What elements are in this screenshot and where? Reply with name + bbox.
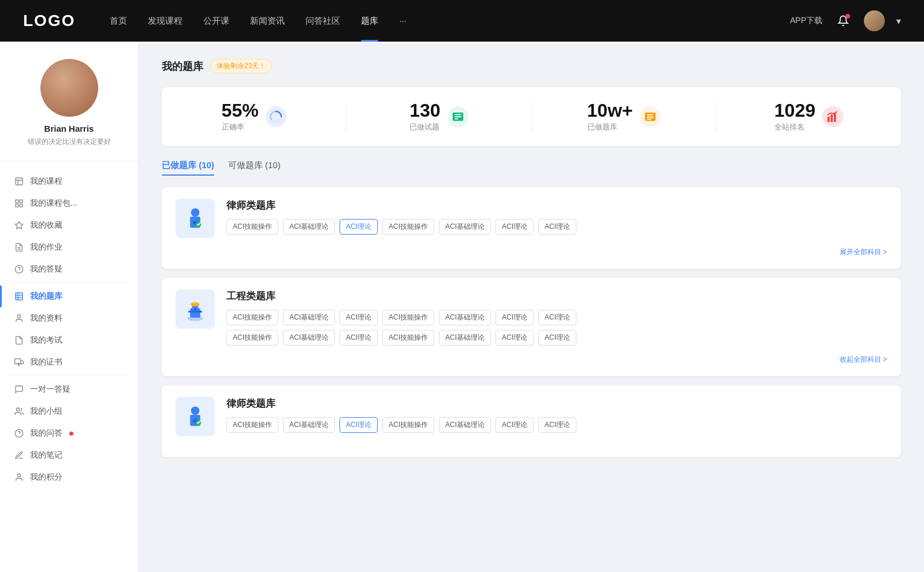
points-icon	[14, 472, 24, 482]
tag-item[interactable]: ACI基础理论	[439, 330, 491, 346]
done-questions-number: 130	[409, 101, 440, 120]
qa-icon	[14, 428, 24, 439]
sidebar-item-exams[interactable]: 我的考试	[0, 329, 138, 351]
nav-opencourse[interactable]: 公开课	[203, 16, 229, 27]
tag-item[interactable]: ACI理论	[495, 417, 534, 433]
notification-bell[interactable]	[834, 12, 852, 30]
sidebar-item-certificates[interactable]: 我的证书	[0, 351, 138, 373]
sidebar-item-one-on-one[interactable]: 一对一答疑	[0, 378, 138, 400]
sidebar-item-question-bank[interactable]: 我的题库	[0, 285, 138, 307]
collapse-link-1[interactable]: 收起全部科目 >	[840, 355, 887, 365]
stat-done-questions: 130 已做试题	[346, 101, 531, 132]
sidebar-item-course-package[interactable]: 我的课程包...	[0, 192, 138, 214]
tag-item[interactable]: ACI基础理论	[283, 310, 335, 325]
tag-item[interactable]: ACI基础理论	[439, 310, 491, 325]
tag-item[interactable]: ACI技能操作	[382, 219, 434, 235]
tag-item[interactable]: ACI理论	[538, 330, 576, 346]
tag-item[interactable]: ACI理论	[538, 219, 576, 235]
qbank-title-engineer: 工程类题库	[226, 289, 887, 303]
qbank-card-lawyer-1: 律师类题库 ACI技能操作 ACI基础理论 ACI理论 ACI技能操作 ACI基…	[162, 187, 901, 269]
svg-point-17	[16, 408, 19, 411]
sidebar-avatar	[40, 59, 98, 117]
package-icon	[14, 198, 24, 209]
nav-links: 首页 发现课程 公开课 新闻资讯 问答社区 题库 ···	[110, 16, 790, 27]
tag-item[interactable]: ACI基础理论	[439, 417, 491, 433]
tag-item[interactable]: ACI理论	[538, 417, 576, 433]
lawyer-icon	[176, 199, 215, 238]
tag-item[interactable]: ACI基础理论	[283, 417, 335, 433]
sidebar-item-homework[interactable]: 我的作业	[0, 236, 138, 258]
app-download-button[interactable]: APP下载	[790, 16, 822, 26]
stat-accuracy: 55% 正确率	[162, 101, 346, 132]
tag-item-active[interactable]: ACI理论	[340, 417, 378, 433]
bank-icon	[14, 291, 24, 302]
main-content: 我的题库 体验剩余23天！ 55% 正确率 130 已做试题	[139, 42, 924, 572]
qbank-title-lawyer-2: 律师类题库	[226, 397, 887, 410]
tag-item[interactable]: ACI理论	[340, 330, 378, 346]
trial-badge: 体验剩余23天！	[210, 59, 272, 73]
tag-item[interactable]: ACI理论	[495, 219, 534, 235]
sidebar-item-notes[interactable]: 我的笔记	[0, 444, 138, 466]
nav-qa[interactable]: 问答社区	[305, 16, 340, 27]
sidebar-item-my-qa[interactable]: 我的问答	[0, 422, 138, 444]
group-icon	[14, 406, 24, 417]
tag-item[interactable]: ACI基础理论	[439, 219, 491, 235]
avatar-chevron-icon[interactable]: ▾	[896, 16, 901, 27]
tab-available-banks[interactable]: 可做题库 (10)	[228, 160, 281, 176]
sidebar-item-groups[interactable]: 我的小组	[0, 400, 138, 422]
tag-item[interactable]: ACI基础理论	[283, 219, 335, 235]
done-banks-number: 10w+	[587, 101, 633, 120]
sidebar: Brian Harris 错误的决定比没有决定要好 我的课程 我的课程包...	[0, 42, 139, 572]
nav-discover[interactable]: 发现课程	[148, 16, 182, 27]
certificate-icon	[14, 357, 24, 367]
tag-item[interactable]: ACI理论	[495, 310, 534, 325]
sidebar-label-one-on-one: 一对一答疑	[30, 384, 70, 395]
sidebar-item-materials[interactable]: 我的资料	[0, 307, 138, 329]
nav-question-bank[interactable]: 题库	[361, 16, 378, 27]
tag-item[interactable]: ACI理论	[538, 310, 576, 325]
lawyer-icon-2	[176, 397, 215, 436]
tag-item[interactable]: ACI技能操作	[226, 310, 278, 325]
expand-link-1[interactable]: 展开全部科目 >	[840, 247, 887, 257]
nav-news[interactable]: 新闻资讯	[250, 16, 285, 27]
tag-item[interactable]: ACI技能操作	[382, 310, 434, 325]
sidebar-item-my-courses[interactable]: 我的课程	[0, 170, 138, 192]
tag-item[interactable]: ACI技能操作	[226, 330, 278, 346]
tag-item[interactable]: ACI技能操作	[382, 417, 434, 433]
tag-item-active[interactable]: ACI理论	[340, 219, 378, 235]
svg-marker-5	[15, 221, 23, 229]
sidebar-divider-2	[9, 376, 129, 376]
nav-home[interactable]: 首页	[110, 16, 127, 27]
tab-done-banks[interactable]: 已做题库 (10)	[162, 160, 214, 176]
svg-point-14	[17, 315, 20, 318]
avatar[interactable]	[864, 10, 885, 31]
qa-notification-dot	[69, 432, 73, 436]
sidebar-label-notes: 我的笔记	[30, 450, 62, 460]
svg-point-34	[191, 208, 200, 217]
qbank-tags-lawyer-1: ACI技能操作 ACI基础理论 ACI理论 ACI技能操作 ACI基础理论 AC…	[226, 219, 887, 235]
exam-icon	[14, 335, 24, 346]
ranking-label: 全站排名	[774, 122, 815, 132]
page-layout: Brian Harris 错误的决定比没有决定要好 我的课程 我的课程包...	[0, 42, 924, 572]
tag-item[interactable]: ACI理论	[340, 310, 378, 325]
qbank-card-engineer: 工程类题库 ACI技能操作 ACI基础理论 ACI理论 ACI技能操作 ACI基…	[162, 278, 901, 376]
chat-icon	[14, 384, 24, 395]
sidebar-label-course-package: 我的课程包...	[30, 198, 77, 209]
tag-item[interactable]: ACI技能操作	[226, 219, 278, 235]
svg-rect-4	[20, 204, 23, 207]
sidebar-label-points: 我的积分	[30, 472, 62, 482]
sidebar-item-favorites[interactable]: 我的收藏	[0, 214, 138, 236]
tag-item[interactable]: ACI技能操作	[226, 417, 278, 433]
sidebar-label-groups: 我的小组	[30, 406, 62, 417]
nav-more[interactable]: ···	[399, 16, 407, 27]
sidebar-item-points[interactable]: 我的积分	[0, 466, 138, 488]
done-questions-icon	[448, 106, 468, 127]
tag-item[interactable]: ACI理论	[495, 330, 534, 346]
tag-item[interactable]: ACI基础理论	[283, 330, 335, 346]
page-header: 我的题库 体验剩余23天！	[162, 59, 901, 73]
svg-rect-15	[15, 359, 21, 364]
sidebar-divider-1	[9, 283, 129, 283]
sidebar-item-answers[interactable]: 我的答疑	[0, 258, 138, 280]
tag-item[interactable]: ACI技能操作	[382, 330, 434, 346]
accuracy-label: 正确率	[222, 122, 259, 132]
